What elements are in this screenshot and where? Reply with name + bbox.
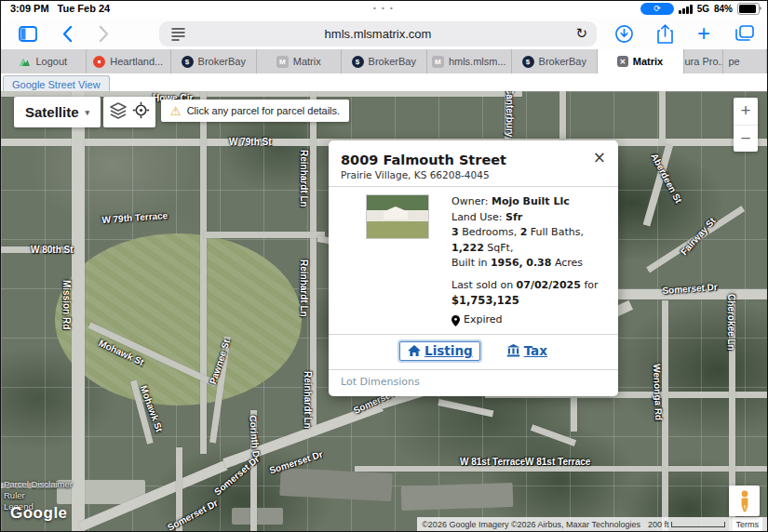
tab-matrix-active[interactable]: ✕ Matrix [598,49,684,73]
property-photo[interactable] [366,194,429,239]
battery-percent: 84% [714,4,733,14]
caret-down-icon: ▾ [86,108,90,117]
battery-icon [737,3,760,15]
status-row: Expired [451,313,609,328]
street-label: Wenonga Rd [652,364,664,420]
close-tab-icon[interactable]: ✕ [617,56,628,67]
street-label: Cherokee Ln [726,294,736,351]
land-use-row: Land Use: Sfr [451,210,609,226]
sidebar-toggle-button[interactable] [16,21,40,46]
building [279,468,392,501]
tax-button[interactable]: Tax [506,343,547,358]
park-field [55,233,302,406]
map-canvas[interactable]: Howe Cir Canterbury W 79th St W 79th Ter… [1,91,767,531]
tabs-overview-button[interactable] [733,21,757,46]
tab-brokerbay-2[interactable]: $ BrokerBay [342,49,427,73]
ruler-link[interactable]: Ruler [4,490,25,500]
street-label: Mission Rd [61,280,72,329]
beds-baths-row: 3 Bedrooms, 2 Full Baths, 1,222 SqFt, [451,225,609,256]
clock: 3:09 PM [10,3,49,14]
tab-logout[interactable]: Logout [1,49,87,73]
layers-button[interactable] [109,102,128,123]
tab-hmls[interactable]: M hmls.mlsm... [427,49,513,73]
zoom-in-button[interactable]: + [734,98,758,126]
parcel-hint-banner: ⚠ Click any parcel for parcel details. [161,100,349,122]
matrix-logo-icon: M [432,56,444,68]
lot-dimensions-link[interactable]: Lot Dimensions [329,370,618,396]
share-button[interactable] [653,21,677,46]
owner-row: Owner: Mojo Built Llc [451,194,609,210]
map-attribution: ©2026 Google Imagery ©2026 Airbus, Maxar… [417,517,767,531]
road [204,232,325,238]
tab-partial-1[interactable]: oura Pro... [684,49,723,73]
multitask-dots: • • • [373,4,395,12]
road [659,91,666,145]
matrix-logo-icon: M [276,56,289,68]
new-tab-button[interactable]: + [692,21,716,46]
brokerbay-logo-icon: $ [352,56,364,68]
ipad-safari-screen: 3:09 PM Tue Feb 24 • • • ⟳ 5G 84% hmls.m… [0,0,768,532]
tab-matrix-1[interactable]: M Matrix [257,49,343,73]
pin-icon [451,315,460,326]
parcel-disclaimer-link[interactable]: Parcel Disclaimer [4,479,73,489]
brokerbay-logo-icon: $ [182,56,194,68]
listing-button[interactable]: Listing [399,341,480,361]
property-details: Owner: Mojo Built Llc Land Use: Sfr 3 Be… [451,194,609,328]
pegman-icon [737,490,752,512]
scale-bar: 200 ft [648,520,725,529]
network-type: 5G [697,4,709,14]
property-city-state-zip: Prairie Village, KS 66208-4045 [341,169,586,186]
reader-icon[interactable] [170,26,186,44]
street-label: W 81st Terrace [460,457,525,467]
warning-icon: ⚠ [170,104,182,118]
date: Tue Feb 24 [58,3,111,14]
street-label: W 79th St [229,137,272,147]
street-label: Canterbury [505,91,515,137]
house-icon [407,344,422,357]
mls-logo-icon [19,56,31,68]
safari-toolbar: hmls.mlsmatrix.com ↻ + [1,18,767,50]
view-tabs: Map Google Street View [1,73,767,91]
tab-heartland[interactable]: Heartland... [87,49,172,73]
url-text: hmls.mlsmatrix.com [325,27,432,41]
heartland-logo-icon [93,56,105,68]
back-button[interactable] [55,21,79,46]
property-address: 8009 Falmouth Street [341,153,586,167]
street-label: W 80th St [31,245,74,255]
tab-google-street-view[interactable]: Google Street View [3,75,110,91]
building [401,483,514,511]
sync-status-icon: ⟳ [640,3,674,15]
tab-brokerbay-3[interactable]: $ BrokerBay [512,49,598,73]
tab-brokerbay-1[interactable]: $ BrokerBay [171,49,257,73]
parcel-details-popup: × 8009 Falmouth Street Prairie Village, … [329,140,618,396]
locate-button[interactable] [132,101,150,123]
address-bar[interactable]: hmls.mlsmatrix.com ↻ [159,21,597,47]
street-label: Reinhardt Ln [299,150,309,207]
road [559,91,566,145]
brokerbay-logo-icon: $ [522,56,534,68]
status-bar: 3:09 PM Tue Feb 24 • • • ⟳ 5G 84% [1,1,767,18]
forward-button[interactable] [92,21,116,46]
terms-link[interactable]: Terms [733,517,763,531]
status-badge: Expired [464,313,503,328]
tab-strip: Logout Heartland... $ BrokerBay M Matrix… [1,49,767,74]
built-acres-row: Built in 1956, 0.38 Acres [451,256,609,272]
satellite-dropdown-button[interactable]: Satellite ▾ [14,97,101,127]
close-icon[interactable]: × [593,150,606,166]
refresh-button[interactable]: ↻ [575,25,587,42]
bank-icon [506,344,520,357]
tab-partial-2[interactable]: pe [723,49,768,73]
download-button[interactable] [612,21,636,46]
street-label: Reinhardt Ln [299,259,309,317]
copyright-text: ©2026 Google Imagery ©2026 Airbus, Maxar… [422,520,640,529]
zoom-out-button[interactable]: − [734,126,758,153]
sold-price: $1,753,125 [451,293,609,309]
pegman-button[interactable] [729,485,760,516]
google-logo[interactable]: Google [10,504,68,523]
zoom-control: + − [734,98,758,152]
road [72,91,85,531]
cellular-signal-icon [679,5,693,14]
street-label: Reinhardt Ln [303,371,313,429]
building [232,508,283,525]
road [200,91,207,454]
